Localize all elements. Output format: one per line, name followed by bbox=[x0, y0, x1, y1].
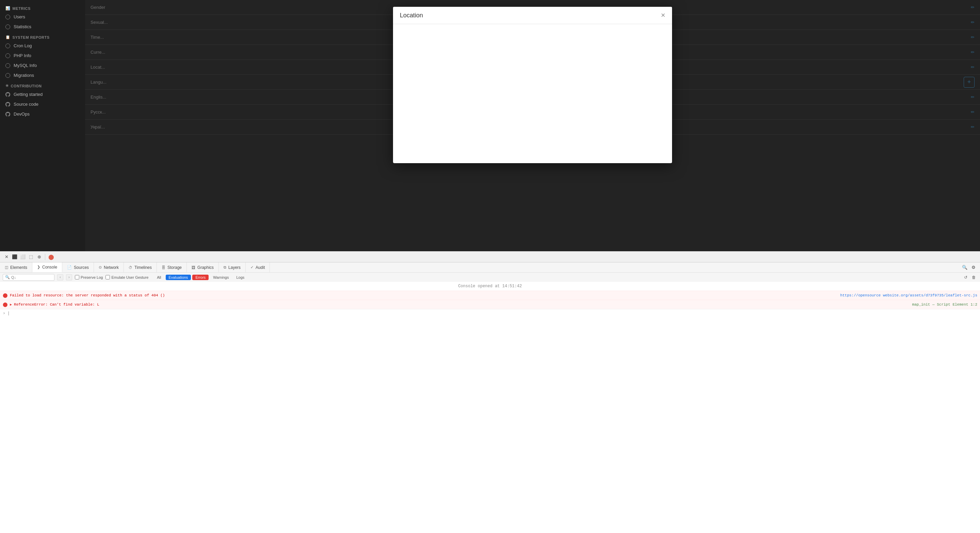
filter-evaluations-button[interactable]: Evaluations bbox=[166, 274, 191, 280]
script-reference: map_init — Script Element 1:2 bbox=[912, 303, 977, 307]
star-icon: ✳ bbox=[5, 84, 9, 88]
modal-close-button[interactable]: × bbox=[661, 11, 665, 19]
sidebar-item-statistics[interactable]: Statistics bbox=[0, 22, 85, 32]
emulate-gesture-group: Emulate User Gesture bbox=[105, 275, 148, 279]
github-icon bbox=[5, 102, 10, 107]
sidebar-item-php-info[interactable]: PHP Info bbox=[0, 51, 85, 60]
console-toolbar: 🔍 ‹ › Preserve Log Emulate User Gesture … bbox=[0, 272, 980, 282]
modal-header: Location × bbox=[393, 7, 672, 24]
dot-icon bbox=[5, 24, 10, 29]
filter-buttons: All Evaluations Errors Warnings Logs bbox=[154, 274, 247, 280]
modal-body bbox=[393, 24, 672, 160]
console-error-row-1: ⬤ Failed to load resource: the server re… bbox=[0, 290, 980, 300]
sidebar-item-migrations[interactable]: Migrations bbox=[0, 70, 85, 80]
emulate-gesture-checkbox[interactable] bbox=[105, 275, 110, 279]
console-error-row-2: ⬤ ▶ ReferenceError: Can't find variable:… bbox=[0, 300, 980, 309]
devtools-toolbar: ✕ ⬛ ⬜ ⬚ ⊕ ⬤ bbox=[0, 251, 980, 262]
sidebar-item-mysql-info[interactable]: MySQL Info bbox=[0, 60, 85, 70]
tab-network[interactable]: ⊙ Network bbox=[94, 262, 124, 272]
console-content: Console opened at 14:51:42 ⬤ Failed to l… bbox=[0, 282, 980, 533]
console-icon: ❯ bbox=[37, 265, 40, 269]
dot-icon bbox=[5, 73, 10, 78]
sidebar-item-devops[interactable]: DevOps bbox=[0, 109, 85, 119]
document-icon: 📋 bbox=[5, 35, 11, 40]
layers-icon: ⧉ bbox=[224, 265, 226, 270]
elements-icon: ◫ bbox=[5, 265, 8, 270]
console-input-line: › | bbox=[0, 309, 980, 317]
filter-warnings-button[interactable]: Warnings bbox=[210, 274, 232, 280]
storage-icon: 🗄 bbox=[162, 265, 165, 270]
search-button[interactable]: 🔍 bbox=[961, 264, 969, 271]
dot-icon bbox=[5, 14, 10, 19]
sidebar-item-users[interactable]: Users bbox=[0, 12, 85, 22]
triangle-icon: ▶ bbox=[10, 303, 12, 307]
location-modal: Location × bbox=[393, 7, 672, 163]
dock-button[interactable]: ⊕ bbox=[35, 253, 43, 261]
sidebar-item-source-code[interactable]: Source code bbox=[0, 99, 85, 109]
dot-icon bbox=[5, 63, 10, 68]
devtools-tabs: ◫ Elements ❯ Console 📄 Sources ⊙ Network… bbox=[0, 262, 980, 272]
prev-button[interactable]: ‹ bbox=[57, 274, 63, 281]
github-icon bbox=[5, 92, 10, 97]
tab-layers[interactable]: ⧉ Layers bbox=[219, 262, 246, 272]
filter-logs-button[interactable]: Logs bbox=[233, 274, 247, 280]
audit-icon: ✓ bbox=[250, 265, 253, 270]
preserve-log-group: Preserve Log bbox=[75, 275, 103, 279]
console-prompt: › bbox=[3, 311, 5, 316]
tab-storage[interactable]: 🗄 Storage bbox=[157, 262, 187, 272]
sidebar-item-cron-log[interactable]: Cron Log bbox=[0, 41, 85, 51]
clear-icon[interactable]: 🗑 bbox=[970, 274, 977, 281]
bar-chart-icon: 📊 bbox=[5, 6, 11, 11]
error-icon: ⬤ bbox=[3, 302, 8, 307]
tab-audit[interactable]: ✓ Audit bbox=[246, 262, 270, 272]
console-actions: ↺ 🗑 bbox=[962, 274, 977, 281]
console-search-box: 🔍 bbox=[3, 274, 54, 281]
error-link[interactable]: https://opensource website.org/assets/d7… bbox=[840, 293, 977, 297]
sidebar-section-system-reports: 📋 SYSTEM REPORTS bbox=[0, 32, 85, 41]
close-devtools-button[interactable]: ✕ bbox=[3, 253, 10, 261]
layout3-button[interactable]: ⬚ bbox=[27, 253, 35, 261]
tab-graphics[interactable]: 🖼 Graphics bbox=[187, 262, 219, 272]
sidebar: 📊 METRICS Users Statistics 📋 SYSTEM REPO… bbox=[0, 0, 85, 251]
content-area: Gender ✏ Sexual... ✏ Time... ✏ Curre... … bbox=[85, 0, 980, 251]
preserve-log-checkbox[interactable] bbox=[75, 275, 79, 279]
tab-timelines[interactable]: ⏱ Timelines bbox=[124, 262, 157, 272]
modal-overlay: Location × bbox=[85, 0, 980, 251]
console-search-input[interactable] bbox=[11, 275, 52, 279]
sidebar-item-getting-started[interactable]: Getting started bbox=[0, 89, 85, 99]
error-icon: ⬤ bbox=[3, 293, 8, 298]
layout1-button[interactable]: ⬛ bbox=[11, 253, 18, 261]
cursor-indicator: | bbox=[8, 311, 10, 316]
sidebar-section-contribution: ✳ CONTRIBUTION bbox=[0, 80, 85, 89]
filter-errors-button[interactable]: Errors bbox=[192, 274, 208, 280]
sources-icon: 📄 bbox=[67, 265, 72, 270]
layout2-button[interactable]: ⬜ bbox=[19, 253, 27, 261]
modal-title: Location bbox=[400, 12, 423, 19]
error-indicator[interactable]: ⬤ bbox=[47, 253, 55, 261]
sidebar-section-metrics: 📊 METRICS bbox=[0, 3, 85, 12]
filter-all-button[interactable]: All bbox=[154, 274, 164, 280]
console-opened-info: Console opened at 14:51:42 bbox=[0, 282, 980, 290]
network-icon: ⊙ bbox=[99, 265, 102, 270]
tab-sources[interactable]: 📄 Sources bbox=[62, 262, 94, 272]
github-icon bbox=[5, 112, 10, 117]
next-button[interactable]: › bbox=[66, 274, 72, 281]
tab-elements[interactable]: ◫ Elements bbox=[0, 262, 32, 272]
settings-button[interactable]: ⚙ bbox=[970, 264, 977, 271]
toolbar-separator bbox=[45, 254, 45, 260]
reload-icon[interactable]: ↺ bbox=[962, 274, 969, 281]
dot-icon bbox=[5, 53, 10, 58]
graphics-icon: 🖼 bbox=[192, 265, 195, 270]
timelines-icon: ⏱ bbox=[129, 265, 132, 270]
dot-icon bbox=[5, 43, 10, 48]
tab-console[interactable]: ❯ Console bbox=[32, 262, 62, 272]
search-icon: 🔍 bbox=[5, 275, 10, 279]
